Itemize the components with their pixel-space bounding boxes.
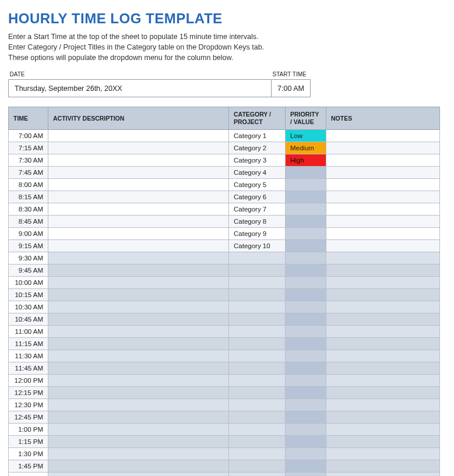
notes-cell[interactable] — [326, 227, 440, 239]
category-cell[interactable] — [229, 264, 286, 276]
activity-cell[interactable] — [48, 227, 229, 239]
notes-cell[interactable] — [326, 252, 440, 264]
priority-cell[interactable] — [286, 178, 326, 191]
notes-cell[interactable] — [326, 154, 440, 166]
priority-cell[interactable] — [286, 166, 326, 178]
notes-cell[interactable] — [326, 288, 440, 301]
start-time-input[interactable]: 7:00 AM — [272, 80, 311, 97]
notes-cell[interactable] — [326, 435, 440, 447]
category-cell[interactable]: Category 5 — [229, 178, 286, 191]
activity-cell[interactable] — [48, 386, 229, 399]
activity-cell[interactable] — [48, 350, 229, 362]
priority-cell[interactable] — [286, 191, 326, 203]
priority-cell[interactable] — [286, 337, 326, 350]
priority-cell[interactable] — [286, 460, 326, 472]
notes-cell[interactable] — [326, 325, 440, 337]
activity-cell[interactable] — [48, 313, 229, 325]
priority-cell[interactable] — [286, 203, 326, 215]
category-cell[interactable] — [229, 276, 286, 288]
activity-cell[interactable] — [48, 178, 229, 191]
activity-cell[interactable] — [48, 154, 229, 166]
priority-cell[interactable] — [286, 350, 326, 362]
category-cell[interactable] — [229, 423, 286, 435]
notes-cell[interactable] — [326, 350, 440, 362]
activity-cell[interactable] — [48, 203, 229, 215]
category-cell[interactable] — [229, 252, 286, 264]
priority-cell[interactable] — [286, 362, 326, 374]
activity-cell[interactable] — [48, 435, 229, 447]
activity-cell[interactable] — [48, 362, 229, 374]
activity-cell[interactable] — [48, 325, 229, 337]
notes-cell[interactable] — [326, 166, 440, 178]
notes-cell[interactable] — [326, 191, 440, 203]
notes-cell[interactable] — [326, 386, 440, 399]
priority-cell[interactable] — [286, 399, 326, 411]
notes-cell[interactable] — [326, 129, 440, 142]
category-cell[interactable]: Category 2 — [229, 142, 286, 154]
notes-cell[interactable] — [326, 374, 440, 386]
category-cell[interactable] — [229, 337, 286, 350]
category-cell[interactable] — [229, 386, 286, 399]
activity-cell[interactable] — [48, 239, 229, 252]
notes-cell[interactable] — [326, 362, 440, 374]
category-cell[interactable] — [229, 288, 286, 301]
priority-cell[interactable] — [286, 325, 326, 337]
activity-cell[interactable] — [48, 460, 229, 472]
activity-cell[interactable] — [48, 276, 229, 288]
priority-cell[interactable]: Low — [286, 129, 326, 142]
category-cell[interactable]: Category 7 — [229, 203, 286, 215]
category-cell[interactable]: Category 6 — [229, 191, 286, 203]
category-cell[interactable] — [229, 313, 286, 325]
priority-cell[interactable] — [286, 215, 326, 227]
priority-cell[interactable]: Medium — [286, 142, 326, 154]
priority-cell[interactable] — [286, 239, 326, 252]
priority-cell[interactable] — [286, 386, 326, 399]
priority-cell[interactable] — [286, 264, 326, 276]
priority-cell[interactable] — [286, 374, 326, 386]
notes-cell[interactable] — [326, 203, 440, 215]
category-cell[interactable] — [229, 411, 286, 423]
notes-cell[interactable] — [326, 301, 440, 313]
priority-cell[interactable] — [286, 276, 326, 288]
activity-cell[interactable] — [48, 288, 229, 301]
activity-cell[interactable] — [48, 374, 229, 386]
activity-cell[interactable] — [48, 447, 229, 460]
category-cell[interactable] — [229, 301, 286, 313]
priority-cell[interactable] — [286, 288, 326, 301]
notes-cell[interactable] — [326, 264, 440, 276]
notes-cell[interactable] — [326, 142, 440, 154]
notes-cell[interactable] — [326, 399, 440, 411]
activity-cell[interactable] — [48, 411, 229, 423]
priority-cell[interactable] — [286, 313, 326, 325]
activity-cell[interactable] — [48, 301, 229, 313]
notes-cell[interactable] — [326, 276, 440, 288]
activity-cell[interactable] — [48, 337, 229, 350]
notes-cell[interactable] — [326, 313, 440, 325]
priority-cell[interactable] — [286, 472, 326, 476]
notes-cell[interactable] — [326, 423, 440, 435]
category-cell[interactable]: Category 9 — [229, 227, 286, 239]
category-cell[interactable]: Category 1 — [229, 129, 286, 142]
priority-cell[interactable] — [286, 411, 326, 423]
activity-cell[interactable] — [48, 472, 229, 476]
priority-cell[interactable] — [286, 423, 326, 435]
priority-cell[interactable] — [286, 435, 326, 447]
activity-cell[interactable] — [48, 191, 229, 203]
notes-cell[interactable] — [326, 472, 440, 476]
category-cell[interactable] — [229, 350, 286, 362]
category-cell[interactable] — [229, 362, 286, 374]
activity-cell[interactable] — [48, 129, 229, 142]
category-cell[interactable] — [229, 325, 286, 337]
activity-cell[interactable] — [48, 142, 229, 154]
priority-cell[interactable] — [286, 447, 326, 460]
notes-cell[interactable] — [326, 215, 440, 227]
priority-cell[interactable] — [286, 301, 326, 313]
notes-cell[interactable] — [326, 239, 440, 252]
activity-cell[interactable] — [48, 166, 229, 178]
category-cell[interactable] — [229, 435, 286, 447]
date-input[interactable]: Thursday, September 26th, 20XX — [9, 80, 272, 97]
category-cell[interactable]: Category 3 — [229, 154, 286, 166]
category-cell[interactable]: Category 8 — [229, 215, 286, 227]
category-cell[interactable] — [229, 374, 286, 386]
category-cell[interactable]: Category 10 — [229, 239, 286, 252]
